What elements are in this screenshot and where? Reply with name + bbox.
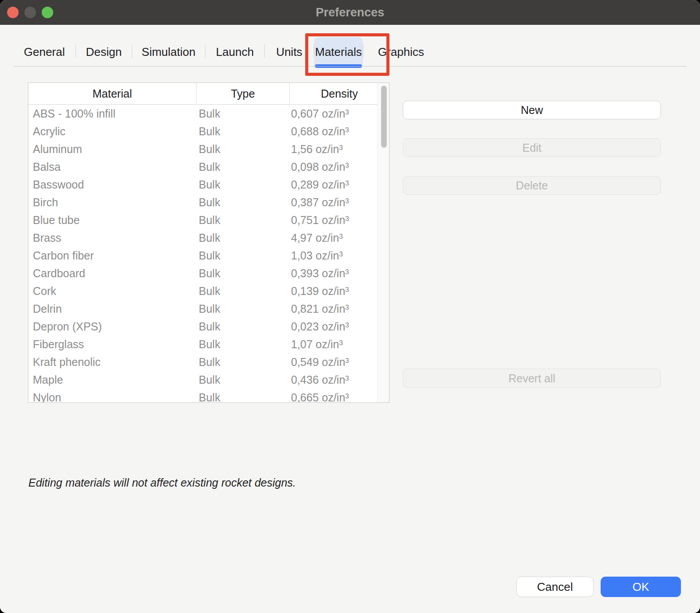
table-row[interactable]: Kraft phenolicBulk0,549 oz/in³ [28,353,389,371]
materials-table: Material Type Density ABS - 100% infillB… [28,83,389,403]
table-row[interactable]: CorkBulk0,139 oz/in³ [28,282,389,300]
tab-materials[interactable]: Materials [314,37,363,67]
table-header: Material Type Density [28,83,389,105]
title-bar: Preferences [0,0,700,25]
cell-type: Bulk [196,107,289,120]
cell-density: 0,821 oz/in³ [289,303,389,315]
preferences-window: Preferences GeneralDesignSimulationLaunc… [0,0,700,613]
cell-type: Bulk [196,320,289,333]
table-row[interactable]: Depron (XPS)Bulk0,023 oz/in³ [28,318,389,335]
tab-simulation[interactable]: Simulation [132,37,205,67]
cell-density: 0,023 oz/in³ [289,320,389,333]
cell-material: Acrylic [28,125,196,138]
cell-density: 0,688 oz/in³ [289,125,389,138]
cell-material: Fiberglass [28,338,196,351]
cell-type: Bulk [196,232,289,244]
cell-density: 0,098 oz/in³ [289,161,389,173]
table-row[interactable]: NylonBulk0,665 oz/in³ [28,389,389,402]
cell-type: Bulk [196,303,289,315]
table-row[interactable]: BrassBulk4,97 oz/in³ [28,229,389,247]
cell-type: Bulk [196,356,289,369]
cell-type: Bulk [196,196,289,209]
cancel-button[interactable]: Cancel [516,577,594,597]
new-button[interactable]: New [403,101,661,119]
cell-density: 0,289 oz/in³ [289,178,389,191]
cell-density: 1,56 oz/in³ [289,143,389,156]
table-row[interactable]: AluminumBulk1,56 oz/in³ [28,140,389,158]
cell-material: ABS - 100% infill [28,107,196,120]
cell-type: Bulk [196,267,289,280]
cell-type: Bulk [196,143,289,156]
cell-type: Bulk [196,178,289,191]
tab-graphics[interactable]: Graphics [363,37,439,67]
table-row[interactable]: Carbon fiberBulk1,03 oz/in³ [28,247,389,264]
table-row[interactable]: Blue tubeBulk0,751 oz/in³ [28,211,389,229]
tab-launch[interactable]: Launch [205,37,264,67]
cell-density: 4,97 oz/in³ [289,232,389,244]
cell-material: Cardboard [28,267,196,280]
cell-type: Bulk [196,249,289,262]
scrollbar-track[interactable] [377,83,389,402]
column-header-type[interactable]: Type [196,83,289,104]
cell-material: Aluminum [28,143,196,156]
traffic-lights [7,7,53,18]
tab-units[interactable]: Units [265,37,314,67]
table-row[interactable]: BalsaBulk0,098 oz/in³ [28,158,389,176]
column-header-density[interactable]: Density [289,83,389,104]
table-row[interactable]: DelrinBulk0,821 oz/in³ [28,300,389,318]
materials-note: Editing materials will not affect existi… [28,476,296,489]
column-header-material[interactable]: Material [28,83,196,104]
table-row[interactable]: ABS - 100% infillBulk0,607 oz/in³ [28,105,389,122]
table-row[interactable]: AcrylicBulk0,688 oz/in³ [28,122,389,140]
cell-density: 0,751 oz/in³ [289,214,389,227]
cell-density: 0,387 oz/in³ [289,196,389,209]
cell-type: Bulk [196,285,289,298]
cell-density: 0,549 oz/in³ [289,356,389,369]
revert-all-button[interactable]: Revert all [403,369,661,388]
table-row[interactable]: FiberglassBulk1,07 oz/in³ [28,335,389,353]
delete-button[interactable]: Delete [403,176,661,195]
table-row[interactable]: MapleBulk0,436 oz/in³ [28,371,389,389]
cell-density: 0,393 oz/in³ [289,267,389,280]
cell-material: Balsa [28,161,196,173]
zoom-window-icon[interactable] [42,7,53,18]
cell-density: 0,436 oz/in³ [289,373,389,386]
cell-type: Bulk [196,338,289,351]
cell-density: 1,03 oz/in³ [289,249,389,262]
cell-material: Blue tube [28,214,196,227]
tab-bar: GeneralDesignSimulationLaunchUnitsMateri… [13,37,439,67]
cell-density: 1,07 oz/in³ [289,338,389,351]
cell-type: Bulk [196,391,289,403]
cell-material: Kraft phenolic [28,356,196,369]
cell-type: Bulk [196,161,289,173]
cell-material: Maple [28,373,196,386]
cell-material: Carbon fiber [28,249,196,262]
cell-material: Delrin [28,303,196,315]
tab-bar-rule [13,66,687,67]
cell-density: 0,139 oz/in³ [289,285,389,298]
cell-density: 0,665 oz/in³ [289,391,389,403]
close-window-icon[interactable] [7,7,19,18]
table-row[interactable]: CardboardBulk0,393 oz/in³ [28,264,389,282]
window-title: Preferences [0,0,700,25]
cell-material: Basswood [28,178,196,191]
ok-button[interactable]: OK [601,577,681,597]
table-body: ABS - 100% infillBulk0,607 oz/in³Acrylic… [28,105,389,402]
cell-material: Brass [28,232,196,244]
cell-material: Depron (XPS) [28,320,196,333]
minimize-window-icon[interactable] [24,7,36,18]
edit-button[interactable]: Edit [403,138,661,157]
cell-material: Nylon [28,391,196,403]
cell-type: Bulk [196,214,289,227]
table-row[interactable]: BasswoodBulk0,289 oz/in³ [28,176,389,193]
cell-type: Bulk [196,125,289,138]
tab-general[interactable]: General [13,37,75,67]
cell-type: Bulk [196,373,289,386]
tab-design[interactable]: Design [76,37,132,67]
table-row[interactable]: BirchBulk0,387 oz/in³ [28,193,389,211]
cell-material: Birch [28,196,196,209]
cell-material: Cork [28,285,196,298]
scrollbar-thumb[interactable] [381,86,387,148]
cell-density: 0,607 oz/in³ [289,107,389,120]
